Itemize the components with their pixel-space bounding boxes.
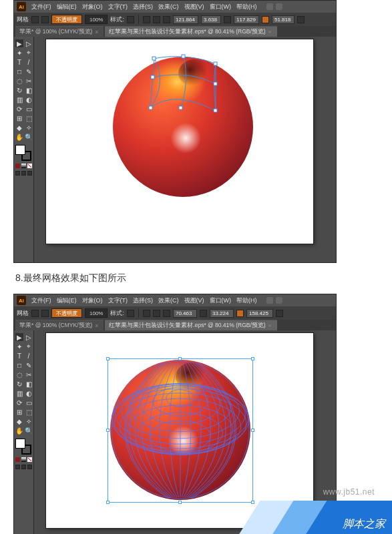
menu-window[interactable]: 窗口(W) [210, 296, 232, 305]
mesh-tool-icon[interactable]: ⊞ [15, 408, 23, 416]
x-field[interactable]: 70.463 [173, 309, 197, 318]
opacity-label[interactable]: 不透明度 [51, 15, 82, 24]
rectangle-tool-icon[interactable]: □ [15, 67, 23, 75]
type-tool-icon[interactable]: T [15, 58, 23, 66]
bbox-handle-icon[interactable] [106, 429, 110, 432]
style-swatch-icon[interactable] [127, 16, 134, 23]
align-icon-2[interactable] [153, 16, 160, 23]
close-icon[interactable]: × [95, 322, 98, 329]
color-solid-icon[interactable] [15, 457, 20, 462]
menu-help[interactable]: 帮助(H) [236, 296, 257, 305]
menu-view[interactable]: 视图(V) [184, 296, 204, 305]
eyedropper-tool-icon[interactable]: ◆ [15, 123, 23, 131]
gradient-tool-icon[interactable]: ⬚ [25, 408, 33, 416]
width-tool-icon[interactable]: ▥ [15, 389, 23, 397]
arrange-icon[interactable] [276, 297, 282, 304]
selection-tool-icon[interactable]: ▶ [15, 39, 23, 47]
bbox-handle-icon[interactable] [178, 357, 182, 360]
bbox-handle-icon[interactable] [106, 357, 110, 360]
shape-builder-tool-icon[interactable]: ⟳ [15, 105, 23, 113]
color-gradient-icon[interactable] [21, 164, 26, 168]
scissors-tool-icon[interactable]: ✂ [25, 370, 33, 378]
fill-swatch-icon[interactable] [31, 310, 39, 317]
opacity-label[interactable]: 不透明度 [51, 308, 82, 318]
menu-object[interactable]: 对象(O) [82, 3, 103, 11]
scale-tool-icon[interactable]: ◧ [25, 86, 33, 94]
x-field[interactable]: 121.864 [173, 15, 198, 24]
menu-file[interactable]: 文件(F) [31, 296, 51, 305]
fill-swatch-icon[interactable] [31, 16, 39, 23]
menu-object[interactable]: 对象(O) [82, 296, 103, 305]
bbox-handle-icon[interactable] [178, 501, 182, 504]
menu-view[interactable]: 视图(V) [184, 3, 204, 11]
paintbrush-tool-icon[interactable]: ✎ [25, 67, 33, 75]
link-xy-icon[interactable] [200, 310, 207, 317]
color-none-icon[interactable] [27, 164, 32, 168]
canvas-area[interactable] [34, 37, 336, 262]
eyedropper-tool-icon[interactable]: ◆ [15, 417, 23, 425]
mesh-tool-icon[interactable]: ⊞ [15, 114, 23, 122]
menu-select[interactable]: 选择(S) [133, 296, 153, 305]
hand-tool-icon[interactable]: ✋ [15, 427, 23, 435]
color-gradient-icon[interactable] [21, 457, 26, 462]
menu-type[interactable]: 文字(T) [108, 3, 128, 11]
menu-effect[interactable]: 效果(C) [158, 3, 179, 11]
h-field[interactable]: 51.818 [272, 15, 295, 24]
link-wh-icon[interactable] [224, 16, 231, 23]
screen-mode-full-icon[interactable] [21, 465, 26, 469]
opacity-field[interactable]: 100% [85, 308, 108, 318]
blend-tool-icon[interactable]: ✧ [25, 417, 33, 425]
screen-mode-present-icon[interactable] [27, 171, 32, 176]
type-tool-icon[interactable]: T [15, 352, 23, 360]
align-icon[interactable] [143, 310, 150, 317]
close-icon[interactable]: × [268, 322, 272, 329]
style-swatch-icon[interactable] [127, 310, 134, 317]
menu-file[interactable]: 文件(F) [31, 3, 51, 11]
width-tool-icon[interactable]: ▥ [15, 95, 23, 103]
rectangle-tool-icon[interactable]: □ [15, 361, 23, 369]
zoom-tool-icon[interactable]: 🔍 [25, 133, 33, 141]
line-tool-icon[interactable]: / [25, 58, 33, 66]
lasso-tool-icon[interactable]: ⌖ [25, 49, 33, 57]
line-tool-icon[interactable]: / [25, 352, 33, 360]
close-icon[interactable]: × [268, 29, 272, 35]
document-tab-2[interactable]: 红苹果与果汁包装设计矢量素材.eps* @ 80.41% (RGB/预览) × [105, 26, 276, 37]
direct-selection-tool-icon[interactable]: ▷ [25, 333, 33, 341]
zoom-tool-icon[interactable]: 🔍 [25, 427, 33, 435]
document-tab-1[interactable]: 苹果* @ 100% (CMYK/预览) × [15, 320, 104, 330]
hand-tool-icon[interactable]: ✋ [15, 133, 23, 141]
stroke-swatch-icon[interactable] [41, 310, 49, 317]
menu-window[interactable]: 窗口(W) [210, 3, 232, 11]
menu-edit[interactable]: 编辑(E) [57, 3, 77, 11]
rotate-tool-icon[interactable]: ↻ [15, 86, 23, 94]
scissors-tool-icon[interactable]: ✂ [25, 77, 33, 85]
screen-mode-full-icon[interactable] [21, 171, 26, 176]
perspective-tool-icon[interactable]: ▭ [25, 398, 33, 407]
y-field[interactable]: 3.638 [201, 15, 221, 24]
magic-wand-tool-icon[interactable]: ✦ [15, 49, 23, 57]
gradient-tool-icon[interactable]: ⬚ [25, 114, 33, 122]
direct-selection-tool-icon[interactable]: ▷ [25, 39, 33, 47]
selection-tool-icon[interactable]: ▶ [15, 333, 23, 341]
close-icon[interactable]: × [95, 29, 98, 35]
document-tab-1[interactable]: 苹果* @ 100% (CMYK/预览) × [15, 26, 104, 37]
rotate-tool-icon[interactable]: ↻ [15, 380, 23, 388]
scale-tool-icon[interactable]: ◧ [25, 380, 33, 388]
w-field[interactable]: 158.425 [246, 309, 273, 318]
fill-stroke-indicator[interactable] [15, 145, 31, 161]
pencil-tool-icon[interactable]: ◌ [15, 77, 23, 85]
screen-mode-normal-icon[interactable] [15, 465, 20, 469]
document-tab-2[interactable]: 红苹果与果汁包装设计矢量素材.eps* @ 80.41% (RGB/预览) × [105, 320, 276, 330]
constrain-icon[interactable] [276, 310, 283, 317]
bbox-handle-icon[interactable] [251, 357, 254, 360]
bridge-icon[interactable] [266, 297, 273, 304]
screen-mode-present-icon[interactable] [27, 465, 32, 469]
color-none-icon[interactable] [27, 457, 32, 462]
constrain-icon[interactable] [297, 16, 305, 23]
w-field[interactable]: 117.829 [234, 15, 259, 24]
color-solid-icon[interactable] [15, 164, 20, 168]
blend-tool-icon[interactable]: ✧ [25, 123, 33, 131]
bbox-handle-icon[interactable] [106, 501, 110, 504]
y-field[interactable]: 33.224 [210, 309, 234, 318]
perspective-tool-icon[interactable]: ▭ [25, 105, 33, 113]
